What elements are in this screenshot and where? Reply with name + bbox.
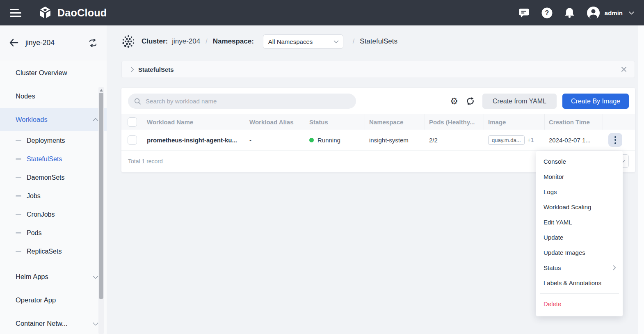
sidebar-item-operator-app[interactable]: Operator App <box>0 288 107 312</box>
breadcrumb-title: StatefulSets <box>138 66 174 73</box>
help-icon[interactable]: ? <box>541 7 553 18</box>
dash-icon <box>16 195 21 197</box>
sidebar-item-workloads[interactable]: Workloads <box>0 108 107 131</box>
menu-item-delete[interactable]: Delete <box>536 296 623 311</box>
menu-item-status[interactable]: Status <box>536 260 623 275</box>
sidebar-scrollbar[interactable] <box>98 87 104 334</box>
sidebar-item-daemonsets[interactable]: DaemonSets <box>0 168 107 187</box>
col-workload-alias[interactable]: Workload Alias <box>245 114 305 130</box>
col-namespace[interactable]: Namespace <box>365 114 425 130</box>
back-arrow-icon[interactable] <box>9 39 18 47</box>
user-menu[interactable]: admin <box>587 6 633 20</box>
bell-icon[interactable] <box>564 7 575 18</box>
col-pods[interactable]: Pods (Healthy... <box>425 114 484 130</box>
row-actions-context-menu: Console Monitor Logs Workload Scaling Ed… <box>536 151 623 316</box>
sidebar-nav: Cluster Overview Nodes Workloads Deploym… <box>0 60 107 334</box>
close-icon[interactable] <box>621 66 627 72</box>
sidebar-item-replicasets[interactable]: ReplicaSets <box>0 242 107 261</box>
col-status[interactable]: Status <box>305 114 365 130</box>
chat-icon[interactable] <box>518 8 530 18</box>
breadcrumb-bar: StatefulSets <box>121 61 635 78</box>
sidebar-item-statefulsets[interactable]: StatefulSets <box>0 150 107 168</box>
sidebar-item-cronjobs[interactable]: CronJobs <box>0 205 107 224</box>
dash-icon <box>16 158 21 160</box>
dash-icon <box>16 232 21 233</box>
menu-item-monitor[interactable]: Monitor <box>536 169 623 184</box>
workload-alias-cell: - <box>245 137 305 144</box>
sidebar-item-jobs[interactable]: Jobs <box>0 187 107 205</box>
table-header: Workload Name Workload Alias Status Name… <box>121 114 635 130</box>
sidebar-item-nodes[interactable]: Nodes <box>0 85 107 108</box>
menu-item-labels-annotations[interactable]: Labels & Annotations <box>536 275 623 291</box>
table-row: prometheus-insight-agent-ku... - Running… <box>121 130 635 151</box>
workload-name-link[interactable]: prometheus-insight-agent-ku... <box>143 137 245 144</box>
chevron-up-icon <box>93 118 98 124</box>
brand-name: DaoCloud <box>57 7 107 19</box>
status-dot <box>309 138 314 142</box>
creation-time-cell: 2024-02-07 1... <box>545 137 603 144</box>
dash-icon <box>16 177 21 178</box>
image-chip[interactable]: quay.m.da... <box>488 135 525 145</box>
page-title: StatefulSets <box>360 37 397 46</box>
col-creation-time[interactable]: Creation Time <box>545 114 603 130</box>
refresh-icon[interactable] <box>466 97 475 105</box>
image-cell: quay.m.da... +1 <box>484 135 545 145</box>
create-from-yaml-button[interactable]: Create from YAML <box>482 94 557 109</box>
chevron-right-icon <box>129 67 134 72</box>
menu-item-update-images[interactable]: Update Images <box>536 245 623 260</box>
namespace-select-value: All Namespaces <box>268 38 313 45</box>
status-cell: Running <box>305 137 365 144</box>
menu-item-console[interactable]: Console <box>536 154 623 169</box>
daocloud-cube-icon <box>38 5 53 20</box>
top-navigation-bar: DaoCloud ? <box>0 0 644 25</box>
search-box[interactable] <box>128 94 356 109</box>
context-header: Cluster: jinye-204 / Namespace: All Name… <box>121 32 397 50</box>
create-by-image-button[interactable]: Create By Image <box>562 94 629 109</box>
total-records-label: Total 1 record <box>128 158 163 165</box>
namespace-label: Namespace: <box>213 37 254 46</box>
dash-icon <box>16 214 21 215</box>
namespace-select[interactable]: All Namespaces <box>263 34 343 49</box>
chevron-down-icon <box>629 9 634 15</box>
pods-cell: 2/2 <box>425 137 484 144</box>
cluster-value[interactable]: jinye-204 <box>172 37 200 46</box>
search-input[interactable] <box>145 97 350 105</box>
app-window: DaoCloud ? <box>0 0 644 334</box>
sidebar-item-helm-apps[interactable]: Helm Apps <box>0 265 107 288</box>
main-scrollbar-track[interactable] <box>638 25 644 334</box>
row-checkbox[interactable] <box>128 135 137 145</box>
menu-item-workload-scaling[interactable]: Workload Scaling <box>536 199 623 215</box>
sidebar-item-deployments[interactable]: Deployments <box>0 131 107 150</box>
hamburger-menu-icon[interactable] <box>10 7 21 19</box>
avatar <box>587 6 600 20</box>
image-more-badge[interactable]: +1 <box>528 137 534 143</box>
menu-item-edit-yaml[interactable]: Edit YAML <box>536 215 623 230</box>
namespace-cell: insight-system <box>365 137 425 144</box>
status-text: Running <box>317 137 340 144</box>
select-all-checkbox[interactable] <box>128 117 137 127</box>
chevron-down-icon <box>93 273 98 279</box>
chevron-right-icon <box>611 265 616 270</box>
col-image[interactable]: Image <box>484 114 545 130</box>
switch-cluster-icon[interactable] <box>88 39 98 47</box>
scrollbar-thumb[interactable] <box>99 93 103 299</box>
sidebar: jinye-204 Cluster Overview Nodes Workloa… <box>0 25 107 334</box>
svg-text:?: ? <box>545 9 549 16</box>
sidebar-item-pods[interactable]: Pods <box>0 224 107 242</box>
scrollbar-up-arrow[interactable] <box>100 89 103 92</box>
menu-item-update[interactable]: Update <box>536 230 623 245</box>
brand-logo[interactable]: DaoCloud <box>38 5 107 20</box>
dash-icon <box>16 140 21 141</box>
col-actions <box>603 114 635 130</box>
cluster-dots-icon <box>121 34 135 49</box>
cluster-label: Cluster: <box>142 37 168 46</box>
gear-icon[interactable]: ⚙ <box>450 97 458 106</box>
chevron-down-icon <box>333 38 339 43</box>
col-workload-name[interactable]: Workload Name <box>143 114 245 130</box>
sidebar-item-cluster-overview[interactable]: Cluster Overview <box>0 61 107 85</box>
sidebar-item-container-network[interactable]: Container Netw... <box>0 312 107 334</box>
username-label: admin <box>605 9 623 16</box>
card-toolbar: ⚙ Create from YAML Create By Image <box>121 88 635 114</box>
row-actions-kebab-button[interactable] <box>608 133 622 147</box>
menu-item-logs[interactable]: Logs <box>536 184 623 199</box>
